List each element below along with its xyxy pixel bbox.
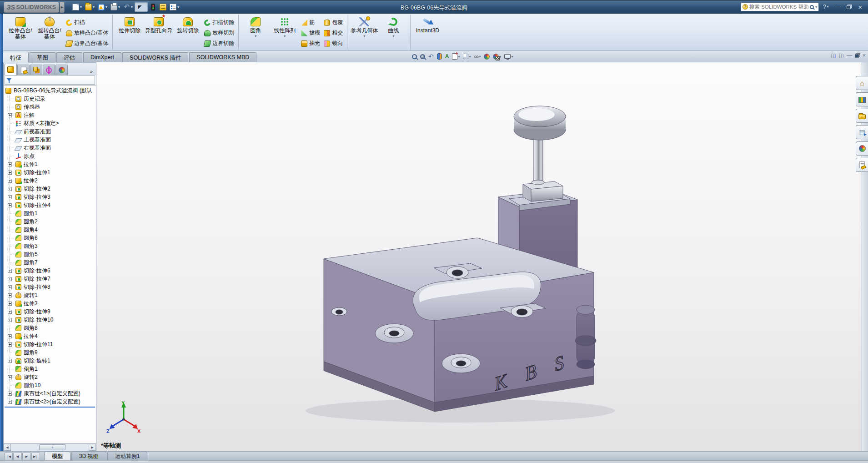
tree-item-fillet-2[interactable]: 圆角2 [4, 217, 96, 226]
lofted-cut-button[interactable]: 放样切割 [203, 29, 236, 37]
open-button[interactable]: ▾ [84, 3, 96, 11]
configurationmanager-tab[interactable] [30, 65, 42, 75]
doc-restore-button[interactable] [855, 53, 860, 58]
print-button[interactable]: ▾ [109, 3, 121, 11]
3d-drawing-view-button[interactable]: A [444, 52, 451, 61]
expand-icon[interactable] [8, 342, 12, 347]
dimxpertmanager-tab[interactable] [43, 65, 55, 75]
tree-item-origin[interactable]: 原点 [4, 152, 96, 160]
expand-icon[interactable] [8, 302, 12, 306]
tree-item-cut-extrude-11[interactable]: 切除-拉伸11 [4, 340, 96, 348]
expand-icon[interactable] [8, 203, 12, 207]
draft-button[interactable]: 拔模 [300, 29, 321, 37]
tab-3d-views[interactable]: 3D 视图 [71, 452, 106, 460]
view-palette-button[interactable] [856, 125, 868, 139]
expand-icon[interactable] [8, 310, 12, 314]
tree-root[interactable]: BG-06BG-06先导式溢流阀 (默认 [4, 86, 96, 95]
expand-icon[interactable] [8, 359, 12, 363]
graphics-viewport[interactable]: K B S Y X Z *等轴测 [96, 62, 868, 451]
expand-icon[interactable] [8, 113, 12, 117]
tree-item-fillet-1[interactable]: 圆角1 [4, 209, 96, 217]
tree-item-top-plane[interactable]: 上视基准面 [4, 136, 96, 144]
dropdown-caret-icon[interactable]: ▾ [458, 55, 460, 59]
3d-model[interactable]: K B S [96, 62, 868, 451]
tree-item-cut-extrude-10[interactable]: 切除-拉伸10 [4, 316, 96, 324]
prev-tab-button[interactable]: ◀ [13, 453, 22, 460]
tree-item-cut-revolve-1[interactable]: 切除-旋转1 [4, 357, 96, 365]
tree-item-cut-extrude-3[interactable]: 切除-拉伸3 [4, 193, 96, 201]
close-button[interactable]: × [856, 3, 864, 11]
scroll-left-button[interactable]: ◀ [4, 444, 11, 451]
dropdown-caret-icon[interactable]: ▾ [118, 5, 120, 9]
expand-icon[interactable] [8, 162, 12, 166]
wrap-button[interactable]: 包覆 [322, 18, 344, 27]
options-button[interactable]: ▾ [168, 3, 181, 11]
extruded-cut-button[interactable]: 拉伸切除 [115, 15, 144, 49]
dropdown-caret-icon[interactable]: ▾ [469, 55, 471, 59]
scroll-right-button[interactable]: ▶ [89, 444, 96, 451]
tree-item-right-plane[interactable]: 右视基准面 [4, 144, 96, 152]
solidworks-resources-button[interactable] [856, 76, 868, 90]
dropdown-caret-icon[interactable]: ▾ [392, 34, 394, 38]
expand-icon[interactable] [8, 285, 12, 289]
scrollbar-track[interactable] [11, 444, 89, 451]
hole-wizard-button[interactable]: 异型孔向导 [145, 15, 173, 49]
tree-item-fillet-10[interactable]: 圆角10 [4, 381, 96, 389]
featuremanager-tab[interactable] [5, 64, 17, 75]
section-view-button[interactable] [436, 52, 443, 61]
tree-item-fillet-3[interactable]: 圆角3 [4, 242, 96, 250]
tree-item-cut-extrude-9[interactable]: 切除-拉伸9 [4, 307, 96, 316]
revolved-boss-base-button[interactable]: 旋转凸台/基体 [35, 15, 64, 49]
scrollbar-thumb[interactable] [39, 444, 65, 450]
extruded-boss-base-button[interactable]: 拉伸凸台/基体 [6, 15, 35, 49]
rollback-bar[interactable] [5, 407, 95, 408]
view-orientation-button[interactable]: ▾ [451, 52, 461, 61]
pane-toggle-right-button[interactable]: ◫ [839, 53, 844, 58]
expand-icon[interactable] [8, 375, 12, 379]
view-settings-button[interactable]: ▾ [503, 52, 514, 61]
edit-appearance-button[interactable] [482, 52, 491, 61]
dropdown-caret-icon[interactable]: ▾ [255, 34, 256, 38]
select-button[interactable]: ▾ [135, 2, 148, 12]
new-document-button[interactable]: ▾ [71, 3, 83, 11]
displaymanager-tab[interactable] [55, 65, 68, 75]
tree-item-boss-extrude-1[interactable]: 拉伸1 [4, 160, 96, 168]
tree-item-fillet-8[interactable]: 圆角8 [4, 324, 96, 332]
instant3d-button[interactable]: Instant3D [413, 15, 442, 49]
swept-boss-button[interactable]: 扫描 [65, 18, 110, 27]
linear-pattern-button[interactable]: 线性阵列▾ [271, 15, 299, 49]
intersect-button[interactable]: 相交 [322, 29, 344, 37]
tree-item-front-plane[interactable]: 前视基准面 [4, 127, 96, 136]
tree-item-boss-extrude-3[interactable]: 拉伸3 [4, 299, 96, 307]
dropdown-caret-icon[interactable]: ▾ [363, 34, 365, 38]
tree-item-history[interactable]: 历史记录 [4, 95, 96, 103]
file-explorer-button[interactable] [856, 109, 868, 123]
expand-icon[interactable] [8, 179, 12, 183]
search-icon[interactable] [810, 5, 814, 9]
last-tab-button[interactable]: ▶❘ [31, 453, 40, 460]
tree-item-revolve-2[interactable]: 旋转2 [4, 373, 96, 381]
minimize-button[interactable]: — [833, 3, 843, 10]
tree-item-revolve-1[interactable]: 旋转1 [4, 291, 96, 299]
tree-item-cut-extrude-7[interactable]: 切除-拉伸7 [4, 275, 96, 283]
tree-item-fillet-5[interactable]: 圆角5 [4, 250, 96, 258]
boundary-cut-button[interactable]: 边界切除 [203, 39, 236, 48]
tree-item-kbs-part-2[interactable]: 康百世<2>(自定义配置) [4, 398, 96, 406]
expand-icon[interactable] [8, 334, 12, 338]
tree-item-annotations[interactable]: 注解 [4, 111, 96, 119]
dropdown-caret-icon[interactable]: ▾ [105, 5, 107, 9]
expand-icon[interactable] [8, 293, 12, 297]
tree-item-boss-extrude-2[interactable]: 拉伸2 [4, 176, 96, 185]
doc-minimize-button[interactable]: — [847, 53, 852, 58]
dropdown-caret-icon[interactable]: ▾ [479, 55, 481, 59]
mirror-button[interactable]: 镜向 [322, 39, 344, 48]
design-library-button[interactable] [856, 92, 868, 106]
revolved-cut-button[interactable]: 旋转切除 [174, 15, 202, 49]
previous-view-button[interactable]: ↶ [427, 52, 435, 61]
dropdown-caret-icon[interactable]: ▾ [177, 5, 179, 9]
tab-features[interactable]: 特征 [3, 52, 29, 64]
expand-icon[interactable] [8, 195, 12, 199]
expand-icon[interactable] [8, 171, 12, 175]
first-tab-button[interactable]: ❘◀ [4, 453, 13, 460]
search-input[interactable] [749, 4, 808, 10]
